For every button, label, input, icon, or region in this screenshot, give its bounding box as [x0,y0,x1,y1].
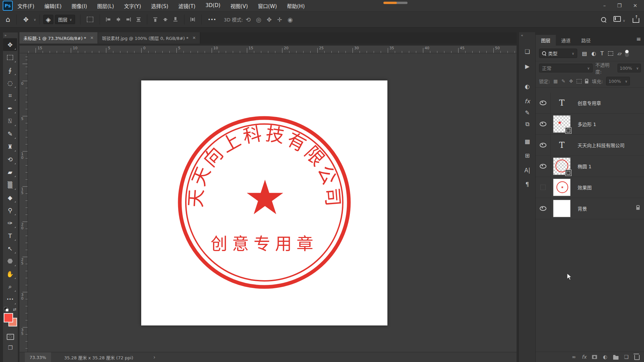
menu-item[interactable]: 滤镜(T) [178,2,196,9]
menu-item[interactable]: 文字(Y) [124,2,141,9]
horizontal-ruler[interactable]: 1510505101520253035404550 [28,46,517,53]
filter-adjustment-layers-icon[interactable]: ◐ [591,50,596,57]
quick-selection-tool[interactable]: ◌ [3,76,17,89]
type-tool[interactable]: T [3,229,17,242]
visibility-cell[interactable] [536,135,551,156]
align-right-icon[interactable] [126,17,131,22]
show-transform-controls-icon[interactable] [84,17,96,22]
layer-row[interactable]: T创意专用章 [536,93,644,114]
patterns-panel-icon[interactable]: ▩ [519,138,536,145]
filter-type-dropdown[interactable]: 类型 ∨ [539,49,577,58]
lock-icon-2[interactable]: ✥ [569,78,573,84]
menu-item[interactable]: 帮助(H) [287,2,305,9]
spot-healing-tool[interactable]: ⍂ [3,115,17,127]
link-layers-icon[interactable]: ∞ [572,354,576,360]
move-tool-chevron-icon[interactable]: ∨ [34,18,36,21]
filter-smart-objects-icon[interactable]: ▱ [618,50,622,57]
align-top-icon[interactable] [153,17,158,22]
menu-item[interactable]: 选择(S) [151,2,168,9]
adjustment-layer-icon[interactable]: ◐ [603,354,607,360]
menu-item[interactable]: 图层(L) [97,2,114,9]
new-group-icon[interactable] [613,356,619,360]
visibility-cell[interactable] [536,114,551,134]
history-brush-tool[interactable]: ⟲ [3,153,17,166]
brush-settings-panel-icon[interactable]: ✎ [519,109,536,116]
lock-artboard-icon[interactable] [577,79,582,83]
filter-pixel-layers-icon[interactable]: ▤ [582,50,587,57]
shape-tool[interactable] [3,255,17,267]
add-mask-icon[interactable] [592,355,597,359]
visibility-cell[interactable] [536,93,551,113]
restore-button[interactable]: ❐ [617,3,622,9]
hidden-eye-box[interactable] [540,185,546,190]
panel-tab-通道[interactable]: 通道 [556,35,576,46]
layer-row[interactable]: 椭圆 1 [536,156,644,177]
align-center-vertical-icon[interactable] [163,17,168,22]
toolbar-collapse-icon[interactable]: » [3,33,18,38]
gradients-panel-icon[interactable]: ⊞ [519,152,536,159]
home-icon[interactable]: ⌂ [3,15,13,23]
paragraph-panel-icon[interactable]: ¶ [519,181,536,188]
menu-item[interactable]: 3D(D) [206,2,220,9]
3d-mode-icon-1[interactable]: ◎ [256,16,261,23]
menu-item[interactable]: 图像(I) [72,2,87,9]
layer-row[interactable]: ★多边形 1 [536,114,644,135]
auto-select-icon[interactable]: ◈ [43,15,54,24]
panel-collapse-icon[interactable]: « [519,32,536,39]
dodge-tool[interactable]: ⚲ [3,204,17,217]
layer-row[interactable]: 背景 [536,198,644,219]
align-center-horizontal-icon[interactable] [116,17,121,22]
layer-row[interactable]: T天天向上科技有限公司 [536,135,644,156]
eraser-tool[interactable]: ▰ [3,166,17,178]
panel-tab-路径[interactable]: 路径 [576,35,596,46]
tab-close-icon[interactable]: ✕ [90,36,94,40]
auto-select-dropdown[interactable]: 图层∨ [55,15,75,24]
visibility-cell[interactable] [536,156,551,177]
filter-toggle[interactable] [625,50,629,57]
character-panel-icon[interactable]: A| [519,167,536,174]
brush-tool[interactable]: ✎ [3,127,17,140]
styles-fx-panel-icon[interactable]: fx [519,98,536,105]
layer-row[interactable]: ★效果图 [536,177,644,198]
lock-icon-0[interactable]: ▦ [553,78,558,84]
new-layer-icon[interactable]: ❏ [624,354,629,360]
lock-icon-1[interactable]: ✎ [561,78,566,84]
eye-icon[interactable] [540,143,546,147]
document-tab[interactable]: 未标题-1 @ 73.3%(RGB/8#) *✕ [19,32,98,44]
opacity-field[interactable]: 100%∨ [618,64,641,72]
clone-source-panel-icon[interactable]: ⧉ [519,121,536,127]
tab-close-icon[interactable]: ✕ [193,36,196,40]
3d-mode-icon-0[interactable]: ⟲ [246,16,251,23]
quick-mask-button[interactable] [7,334,14,340]
actions-panel-icon[interactable]: ▶ [519,63,536,70]
menu-item[interactable]: 编辑(E) [44,2,61,9]
eye-icon[interactable] [540,101,546,105]
gradient-tool[interactable]: ▒ [3,178,17,191]
menu-item[interactable]: 窗口(W) [258,2,277,9]
hand-tool[interactable]: ✋ [3,267,17,280]
filter-shape-layers-icon[interactable] [608,51,613,56]
distribute-vertical-icon[interactable] [190,17,196,22]
more-options-icon[interactable]: ••• [205,17,219,22]
align-left-icon[interactable] [106,17,111,22]
canvas[interactable]: 天天向上科技有限公司创意专用章 [141,80,387,325]
move-tool[interactable]: ✥ [3,38,17,51]
3d-mode-icon-4[interactable]: ◉ [287,16,293,23]
status-chevron-icon[interactable]: › [153,354,155,360]
menu-item[interactable]: 文件(F) [17,2,34,9]
libraries-panel-icon[interactable]: ❏ [519,48,536,55]
move-tool-icon[interactable]: ✥ [20,16,32,23]
swap-colors-icon[interactable]: ⇄ [13,307,16,312]
workspace-switcher[interactable]: ∨ [613,16,625,23]
align-bottom-icon[interactable] [173,17,178,22]
edit-toolbar-button[interactable]: ••• [3,293,17,306]
blur-tool[interactable]: ◆ [3,191,17,204]
zoom-level-field[interactable]: 73.33% [25,352,51,362]
document-tab[interactable]: 斑驳素材.jpg @ 100% (图层 0, RGB/8#) *✕ [98,32,200,44]
zoom-tool[interactable]: ⌕ [3,280,17,293]
path-selection-tool[interactable]: ↖ [3,242,17,255]
panel-menu-icon[interactable]: ≡ [636,36,641,42]
filter-type-layers-icon[interactable]: T [600,50,604,57]
eyedropper-tool[interactable]: ✒ [3,102,17,115]
visibility-cell[interactable] [536,177,551,198]
